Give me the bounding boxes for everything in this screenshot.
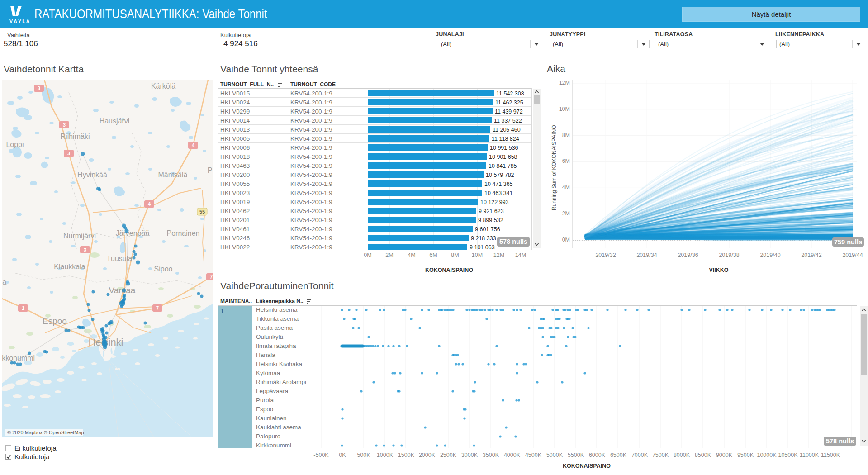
svg-text:4: 4 bbox=[148, 201, 151, 207]
svg-text:rkkonummi: rkkonummi bbox=[2, 354, 35, 362]
svg-text:Tuusula: Tuusula bbox=[107, 255, 132, 262]
svg-text:Järvenpää: Järvenpää bbox=[116, 229, 150, 237]
svg-text:Klaukkala: Klaukkala bbox=[54, 263, 85, 271]
svg-text:Kärkölä: Kärkölä bbox=[151, 82, 175, 90]
svg-text:la: la bbox=[2, 278, 6, 286]
svg-text:© 2020 Mapbox © OpenStreetMap: © 2020 Mapbox © OpenStreetMap bbox=[7, 430, 84, 435]
svg-text:Nurmijärvi: Nurmijärvi bbox=[63, 232, 96, 240]
svg-text:3: 3 bbox=[67, 151, 70, 156]
svg-text:Loppi: Loppi bbox=[6, 141, 24, 148]
svg-text:7: 7 bbox=[156, 305, 159, 311]
svg-text:VÄYLÄ: VÄYLÄ bbox=[9, 19, 30, 24]
svg-text:Hausjärvi: Hausjärvi bbox=[100, 117, 130, 125]
svg-text:3: 3 bbox=[63, 122, 66, 128]
svg-text:Espoo: Espoo bbox=[43, 316, 67, 326]
svg-text:Pornainen: Pornainen bbox=[167, 229, 200, 237]
svg-text:1: 1 bbox=[22, 305, 24, 311]
svg-text:3: 3 bbox=[84, 247, 86, 252]
svg-text:7: 7 bbox=[210, 274, 213, 280]
svg-text:55: 55 bbox=[199, 209, 205, 214]
svg-text:3: 3 bbox=[38, 86, 40, 91]
svg-text:Riihimäki: Riihimäki bbox=[61, 133, 90, 140]
svg-text:P: P bbox=[208, 166, 213, 174]
svg-text:Mäntsälä: Mäntsälä bbox=[158, 171, 188, 179]
svg-text:Hyvinkää: Hyvinkää bbox=[77, 171, 107, 179]
svg-text:4: 4 bbox=[192, 142, 195, 148]
svg-text:Sipoo: Sipoo bbox=[154, 265, 173, 273]
